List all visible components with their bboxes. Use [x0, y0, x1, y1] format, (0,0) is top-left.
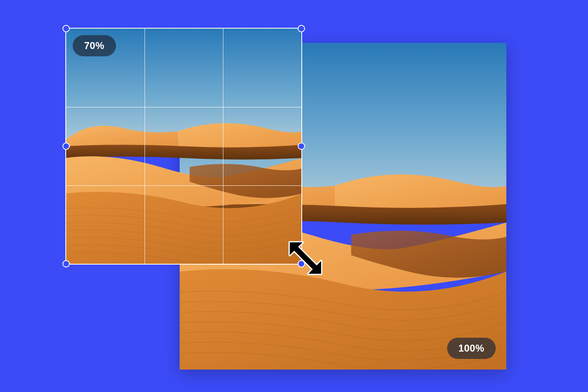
- scale-label-original: 100%: [459, 343, 484, 354]
- scale-badge-resized: 70%: [73, 35, 116, 56]
- scale-badge-original: 100%: [447, 338, 496, 359]
- resized-image-frame[interactable]: 70%: [65, 28, 302, 265]
- scale-label-resized: 70%: [84, 40, 105, 51]
- editor-canvas: 100%: [0, 0, 588, 392]
- desert-image-small: [65, 28, 302, 265]
